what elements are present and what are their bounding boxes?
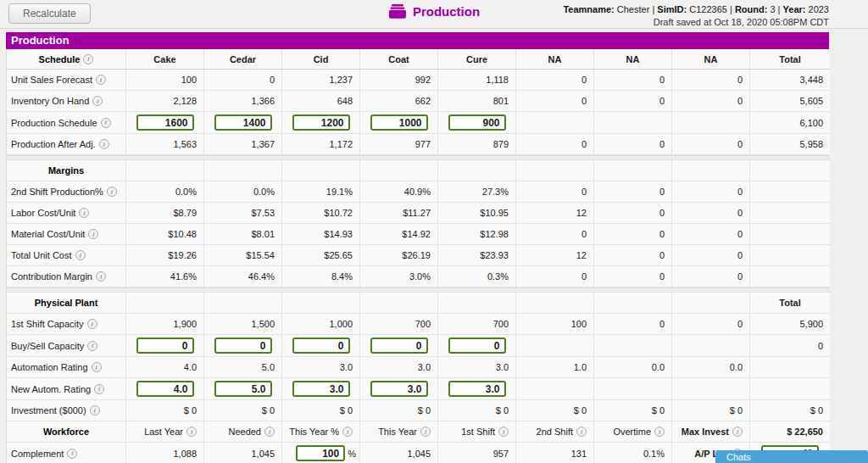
cell-value: 6,100 bbox=[799, 118, 823, 128]
cell-material-cost-unit-col5: 0 bbox=[516, 224, 594, 245]
buy-sell-capacity-input-col2[interactable] bbox=[292, 337, 350, 354]
info-icon[interactable] bbox=[420, 427, 431, 437]
info-icon[interactable] bbox=[79, 208, 89, 218]
cell-value: 0 bbox=[737, 250, 743, 260]
cell-new-autom-rating-col0 bbox=[126, 378, 204, 400]
new-autom-rating-input-col0[interactable] bbox=[136, 381, 194, 397]
production-schedule-input-col4[interactable] bbox=[448, 114, 506, 131]
info-icon[interactable] bbox=[576, 427, 587, 437]
cell-value: 0 bbox=[270, 75, 275, 85]
cell-physical-plant-col8: Total bbox=[750, 293, 830, 314]
info-icon[interactable] bbox=[92, 96, 103, 106]
row-label: Margins bbox=[48, 165, 84, 176]
cell-inventory-on-hand-col1: 1,366 bbox=[204, 91, 282, 112]
cell-value: 0.0 bbox=[652, 362, 665, 372]
cell-value: $14.93 bbox=[324, 229, 353, 239]
production-schedule-input-col2[interactable] bbox=[292, 114, 350, 131]
cell-value: 1,900 bbox=[173, 319, 197, 329]
cell-value: 1st Shift bbox=[461, 427, 495, 437]
info-icon[interactable] bbox=[654, 427, 665, 437]
complement-input-col2[interactable] bbox=[296, 445, 345, 461]
cell-value: Cedar bbox=[230, 54, 256, 64]
cell-investment-000-col6: $ 0 bbox=[594, 400, 672, 421]
separator: | bbox=[778, 4, 781, 14]
cell-inventory-on-hand-col3: 662 bbox=[360, 91, 438, 112]
row-label-cell: Inventory On Hand bbox=[7, 91, 126, 112]
cell-total-unit-cost-col3: $26.19 bbox=[360, 245, 438, 266]
cell-1st-shift-capacity-col5: 100 bbox=[516, 314, 594, 335]
info-icon[interactable] bbox=[99, 139, 109, 149]
cell-value: 0 bbox=[737, 229, 743, 239]
cell-unit-sales-forecast-col0: 100 bbox=[126, 70, 204, 91]
cell-labor-cost-unit-col8 bbox=[750, 203, 830, 224]
cell-2nd-shift-production-col0: 0.0% bbox=[126, 181, 204, 203]
info-icon[interactable] bbox=[107, 187, 117, 197]
cell-physical-plant-col0 bbox=[126, 293, 204, 314]
cell-complement-col5: 131 bbox=[516, 443, 594, 463]
buy-sell-capacity-input-col1[interactable] bbox=[214, 337, 272, 354]
info-icon[interactable] bbox=[342, 427, 353, 437]
info-icon[interactable] bbox=[101, 118, 111, 128]
production-schedule-input-col0[interactable] bbox=[136, 114, 194, 131]
row-label: Buy/Sell Capacity bbox=[11, 341, 84, 351]
cell-value: $ 0 bbox=[340, 405, 353, 416]
chat-bar[interactable]: Chats bbox=[715, 450, 868, 463]
row-label: Complement bbox=[11, 449, 64, 459]
info-icon[interactable] bbox=[75, 250, 86, 260]
production-table: ScheduleCakeCedarCidCoatCureNANANATotalU… bbox=[6, 49, 829, 463]
row-label: Physical Plant bbox=[35, 298, 98, 308]
buy-sell-capacity-input-col3[interactable] bbox=[370, 337, 428, 354]
info-icon[interactable] bbox=[90, 405, 100, 416]
info-icon[interactable] bbox=[88, 229, 98, 239]
row-complement: Complement1,0881,045%1,0459571310.1%A/P … bbox=[7, 443, 828, 463]
production-schedule-input-col3[interactable] bbox=[370, 114, 428, 131]
buy-sell-capacity-input-col4[interactable] bbox=[448, 337, 506, 354]
cell-value: 0 bbox=[659, 75, 665, 85]
cell-production-after-adj-col6: 0 bbox=[594, 134, 672, 155]
cell-value: 700 bbox=[415, 319, 431, 329]
info-icon[interactable] bbox=[87, 319, 97, 329]
cell-value: 19.1% bbox=[326, 187, 353, 197]
info-icon[interactable] bbox=[67, 449, 77, 459]
cell-value: 5.0 bbox=[262, 362, 275, 372]
cell-value: This Year bbox=[378, 427, 417, 437]
info-icon[interactable] bbox=[94, 384, 104, 394]
page-title: Production bbox=[388, 4, 480, 19]
info-icon[interactable] bbox=[264, 427, 275, 437]
recalculate-button[interactable]: Recalculate bbox=[8, 3, 91, 24]
new-autom-rating-input-col3[interactable] bbox=[370, 381, 428, 397]
cell-value: 0 bbox=[737, 208, 743, 218]
info-icon[interactable] bbox=[498, 427, 509, 437]
buy-sell-capacity-input-col0[interactable] bbox=[136, 337, 194, 354]
cell-labor-cost-unit-col5: 12 bbox=[516, 203, 594, 224]
cell-contribution-margin-col1: 46.4% bbox=[204, 266, 282, 287]
info-icon[interactable] bbox=[96, 75, 106, 85]
cell-buy-sell-capacity-col2 bbox=[282, 335, 360, 357]
cell-value: 0 bbox=[737, 96, 743, 106]
new-autom-rating-input-col1[interactable] bbox=[214, 381, 272, 397]
cell-value: 3.0 bbox=[496, 362, 509, 372]
cell-margins-col8 bbox=[750, 160, 830, 181]
cell-contribution-margin-col2: 8.4% bbox=[282, 266, 360, 287]
cell-value: This Year % bbox=[289, 427, 339, 437]
new-autom-rating-input-col4[interactable] bbox=[448, 381, 506, 397]
row-label-cell: Margins bbox=[7, 160, 126, 181]
cell-new-autom-rating-col2 bbox=[282, 378, 360, 400]
cell-margins-col2 bbox=[282, 160, 360, 181]
new-autom-rating-input-col2[interactable] bbox=[292, 381, 350, 397]
cell-value: 0 bbox=[659, 187, 665, 197]
row-inventory-on-hand: Inventory On Hand2,1281,3666486628010005… bbox=[7, 91, 828, 112]
cell-1st-shift-capacity-col1: 1,500 bbox=[204, 314, 282, 335]
production-schedule-input-col1[interactable] bbox=[214, 114, 272, 131]
info-icon[interactable] bbox=[83, 54, 93, 64]
cell-value: $15.54 bbox=[246, 250, 275, 260]
cell-value: NA bbox=[704, 54, 718, 64]
info-icon[interactable] bbox=[87, 341, 97, 351]
info-icon[interactable] bbox=[186, 427, 197, 437]
cell-1st-shift-capacity-col3: 700 bbox=[360, 314, 438, 335]
cell-workforce-col6: Overtime bbox=[594, 421, 672, 443]
cell-automation-rating-col6: 0.0 bbox=[594, 357, 672, 378]
info-icon[interactable] bbox=[732, 427, 743, 437]
info-icon[interactable] bbox=[92, 362, 102, 372]
info-icon[interactable] bbox=[96, 271, 106, 282]
